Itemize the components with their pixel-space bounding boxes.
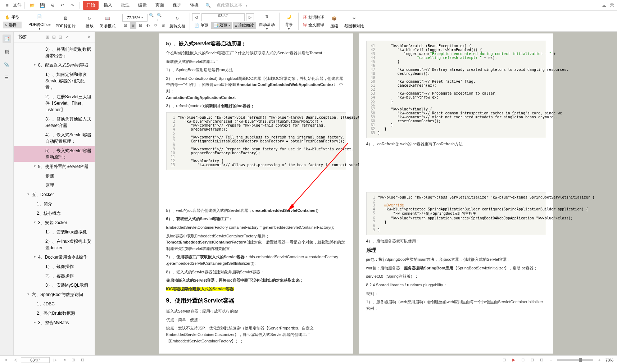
attachments-rail-icon[interactable]: 📎: [3, 60, 11, 69]
thumbnails-rail-icon[interactable]: 🖼: [3, 47, 11, 56]
bookmark-item[interactable]: 2、核心概念: [14, 209, 95, 218]
print-icon[interactable]: 🖨: [48, 1, 56, 10]
select-tool[interactable]: ▹选择: [3, 22, 22, 28]
pdf-to-office[interactable]: 📄PDF转Office▾: [26, 11, 53, 31]
tab-comment[interactable]: 批注: [117, 1, 133, 10]
prev-page-icon[interactable]: ◁: [12, 357, 19, 363]
paragraph: 优点：简单、便携；: [166, 317, 346, 323]
fit1-icon[interactable]: ⊡: [122, 22, 129, 29]
rotate-doc[interactable]: ↻旋转文档: [167, 13, 187, 29]
zoom-out-status[interactable]: −: [548, 357, 554, 363]
next-page-icon[interactable]: ▷: [52, 357, 58, 363]
bookmark-item[interactable]: 2）、注册Servlet三大组件【Servlet、Filter、Listener…: [14, 92, 95, 114]
document-area[interactable]: 5）、嵌入式Servlet容器启动原理； 什么时候创建嵌入式的Servlet容器…: [95, 32, 617, 355]
bookmark-tool4-icon[interactable]: ↗: [65, 35, 69, 40]
open-icon[interactable]: 📂: [28, 1, 36, 10]
bookmark-item[interactable]: 1、JDBC: [14, 299, 95, 309]
bookmark-tool1-icon[interactable]: ⊞: [46, 35, 49, 40]
bookmark-item[interactable]: 1）、镜像操作: [14, 262, 95, 271]
file-menu[interactable]: 文件: [13, 2, 22, 8]
status-icon1[interactable]: ⊡: [501, 357, 508, 363]
bookmark-item[interactable]: 2）、在linux虚拟机上安装docker: [14, 237, 95, 252]
pdf-to-image[interactable]: 🖼PDF转图片: [54, 13, 78, 29]
bookmark-item[interactable]: 2）、容器操作: [14, 271, 95, 281]
bookmarks-rail-icon[interactable]: 📑: [3, 35, 11, 43]
bookmark-item[interactable]: 3、安装Docker: [14, 218, 95, 227]
undo-icon[interactable]: ↶: [58, 1, 67, 10]
status-icon3[interactable]: ⊞: [520, 357, 526, 363]
layers-rail-icon[interactable]: ☰: [3, 73, 11, 82]
bookmark-item[interactable]: 2、整合Druid数据源: [14, 309, 95, 318]
status-view2-icon[interactable]: ⊟: [79, 357, 86, 363]
bookmark-item[interactable]: 3）、将我们的定制数据携带出去；: [14, 45, 95, 60]
status-icon4[interactable]: ⊟: [529, 357, 536, 363]
cloud-icon[interactable]: ☁: [602, 3, 606, 8]
paragraph: 5）、web的ioc容器会创建嵌入式的Servlet容器；createEmbed…: [166, 208, 346, 214]
search-placeholder[interactable]: 点此查找文本: [217, 2, 242, 8]
word-translate[interactable]: 译划词翻译: [301, 14, 326, 21]
continuous[interactable]: ≡连续阅读: [233, 22, 256, 29]
bookmark-tool2-icon[interactable]: ⊟: [52, 35, 56, 40]
first-page-icon[interactable]: ⇤: [4, 357, 10, 363]
bookmark-item[interactable]: 3）、替换为其他嵌入式Servlet容器: [14, 114, 95, 130]
tab-start[interactable]: 开始: [83, 1, 99, 10]
fit5-icon[interactable]: ↻: [153, 22, 159, 29]
compress[interactable]: 📦压缩: [327, 13, 341, 29]
bookmarks-tree[interactable]: 3）、将我们的定制数据携带出去；8、配置嵌入式Servlet容器1）、如何定制和…: [14, 42, 95, 355]
bookmark-item[interactable]: 3）、安装MySQL示例: [14, 281, 95, 290]
prev-page[interactable]: ◁: [192, 13, 200, 21]
bookmark-item[interactable]: 3、整合MyBatis: [14, 318, 95, 327]
single-page[interactable]: 📄单页: [192, 22, 210, 29]
status-page-input[interactable]: 63/87: [21, 357, 50, 363]
zoom-in-status[interactable]: +: [596, 357, 603, 363]
bookmark-item[interactable]: 4、Docker常用命令&操作: [14, 252, 95, 262]
status-icon5[interactable]: ⊡: [539, 357, 545, 363]
screenshot[interactable]: ✂截图和对比: [342, 13, 366, 29]
fit4-icon[interactable]: ◐: [145, 22, 151, 29]
bookmark-item[interactable]: 9、使用外置的Servlet容器: [14, 162, 95, 171]
bookmark-item[interactable]: 1）、如何定制和修改Servlet容器的相关配置；: [14, 70, 95, 92]
tab-convert[interactable]: 转换: [186, 1, 202, 10]
fit2-icon[interactable]: ⊞: [130, 22, 136, 29]
fit6-icon[interactable]: ⊞: [160, 22, 167, 29]
tab-insert[interactable]: 插入: [100, 1, 116, 10]
zoom-slider[interactable]: [557, 359, 593, 361]
zoom-out-icon[interactable]: 🔍−: [149, 14, 155, 21]
auto-scroll[interactable]: ⇅自动滚动▾: [257, 11, 277, 31]
double-page[interactable]: 📑双页▾: [211, 22, 232, 29]
zoom-in-icon[interactable]: 🔍+: [157, 14, 163, 21]
tab-protect[interactable]: 保护: [169, 1, 185, 10]
zoom-level[interactable]: 77.76%▾: [122, 14, 148, 22]
status-view1-icon[interactable]: ⊞: [70, 357, 76, 363]
bookmark-item[interactable]: 4）、嵌入式Servlet容器自动配置原理；: [14, 130, 95, 146]
bookmark-item[interactable]: 5）、嵌入式Servlet容器启动原理；: [14, 146, 95, 162]
section-title: 原理: [366, 247, 546, 254]
last-page-icon[interactable]: ⇥: [60, 357, 67, 363]
save-icon[interactable]: 💾: [38, 1, 46, 10]
full-translate[interactable]: 译全文翻译: [301, 22, 326, 28]
status-icon2[interactable]: ▶: [511, 357, 517, 363]
menu-icon[interactable]: ≡: [3, 1, 12, 10]
bookmark-item[interactable]: 1、简介: [14, 199, 95, 209]
bookmark-item[interactable]: 六、SpringBoot与数据访问: [14, 290, 95, 299]
hand-tool[interactable]: ✋手型: [3, 14, 22, 21]
bookmark-tool3-icon[interactable]: ⊡: [59, 35, 62, 40]
bookmark-item[interactable]: 原理: [14, 181, 95, 190]
bookmark-item[interactable]: 五、Docker: [14, 190, 95, 199]
bookmark-item[interactable]: 1）、安装linux虚拟机: [14, 227, 95, 237]
close-sidebar-icon[interactable]: ✕: [87, 35, 91, 40]
page-number-input[interactable]: 63/87: [201, 13, 245, 21]
search-icon[interactable]: 🔍: [204, 1, 212, 10]
paragraph: 规则：: [366, 291, 546, 297]
background[interactable]: 🌙背景▾: [282, 11, 296, 31]
play-button[interactable]: ▷播放: [82, 13, 97, 29]
paragraph: 3）、refresh(context);刷新刚才创建好的ioc容器；: [166, 103, 346, 109]
next-page[interactable]: ▷: [246, 13, 254, 21]
redo-icon[interactable]: ↷: [68, 1, 77, 10]
tab-page[interactable]: 页面: [152, 1, 168, 10]
fit3-icon[interactable]: ⊟: [137, 22, 144, 29]
bookmark-item[interactable]: 8、配置嵌入式Servlet容器: [14, 60, 95, 70]
read-mode[interactable]: 📖阅读模式: [97, 13, 118, 29]
tab-edit[interactable]: 编辑: [135, 1, 150, 10]
bookmark-item[interactable]: 步骤: [14, 171, 95, 181]
